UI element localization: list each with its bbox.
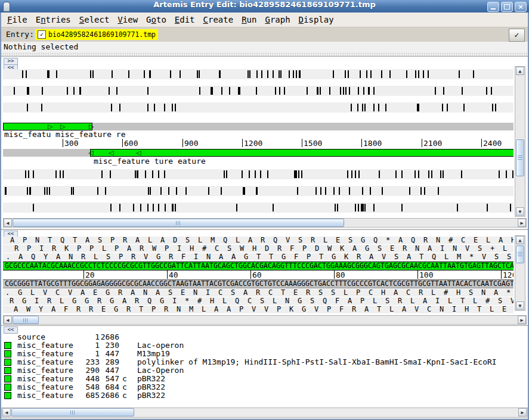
amino-acid: E — [498, 306, 511, 313]
overview-reverse-frame-3[interactable] — [3, 203, 513, 213]
translation-forward-frame-3[interactable]: .AQYANRLSPRVGRFINAAGTTGFPTGKRAVSATQLM*VS… — [3, 253, 513, 261]
detail-vscrollbar-thumb[interactable] — [516, 245, 524, 263]
overview-vscrollbar[interactable]: ▲ ▼ — [515, 66, 525, 217]
base: T — [472, 280, 477, 288]
stop-codon-tick — [48, 70, 50, 78]
detail-vscrollbar[interactable]: ▲ ▼ — [515, 235, 525, 311]
feature-row[interactable]: misc_feature233289polylinker of M13mp19;… — [1, 358, 526, 366]
scroll-right-icon[interactable]: ▶ — [518, 408, 527, 416]
stop-codon-tick — [364, 204, 366, 211]
base: C — [151, 280, 155, 288]
scroll-up-icon[interactable]: ▲ — [516, 67, 524, 75]
base: T — [234, 262, 239, 270]
entry-confirm-button[interactable]: ✓ — [509, 29, 525, 42]
scroll-left-icon[interactable]: ◀ — [2, 408, 11, 416]
scroll-left-icon[interactable]: ◀ — [4, 316, 12, 324]
stop-codon-tick — [279, 87, 280, 95]
stop-codon-tick — [267, 170, 268, 178]
minimize-button[interactable] — [487, 2, 499, 12]
menu-file[interactable]: File — [7, 15, 27, 24]
base: G — [76, 280, 80, 288]
menu-display[interactable]: Display — [299, 15, 334, 24]
reverse-feature-bar[interactable]: ◁◁◁ — [3, 149, 513, 157]
detail-hscrollbar-thumb[interactable] — [13, 316, 39, 324]
stop-codon-tick — [5, 187, 7, 195]
stop-codon-tick — [165, 204, 166, 211]
top-strand-sequence[interactable]: GCGCCCAATACGCAAACCGCCTCTCCCCGCGCGTTGGCCG… — [3, 262, 513, 270]
close-button[interactable]: × — [515, 2, 527, 12]
overview-forward-frame-1[interactable] — [3, 69, 513, 79]
menu-view[interactable]: View — [117, 15, 138, 24]
feature-box[interactable] — [90, 149, 513, 157]
translation-forward-frame-2[interactable]: RPIRKPPLPARWPIH#CSWHDRFPDWKAGSERNAINVS+L… — [3, 245, 513, 253]
base: T — [485, 262, 489, 270]
translation-forward-frame-1[interactable]: APNTQTASPRALADSLMQLARQVSRLESGQ*AQRN#CELA… — [3, 237, 513, 244]
base: A — [439, 280, 443, 288]
feature-row[interactable]: misc_feature1447M13mp19 — [1, 350, 526, 358]
base: C — [130, 280, 134, 288]
feature-row[interactable]: misc_feature1230Lac-operon — [1, 341, 526, 350]
base: A — [322, 280, 326, 288]
ruler-tick: 2100 — [422, 139, 442, 147]
scroll-right-icon[interactable]: ▶ — [518, 316, 526, 324]
stop-codon-tick — [340, 87, 341, 95]
menu-entries[interactable]: Entries — [36, 15, 71, 24]
window-hscrollbar[interactable]: ◀ ▶ — [1, 407, 528, 418]
overview-vscrollbar-thumb[interactable] — [516, 139, 524, 176]
overview-reverse-frame-1[interactable] — [3, 169, 513, 179]
feature-row[interactable]: source12686 — [1, 333, 526, 341]
feature-start: 548 — [61, 383, 100, 391]
base: C — [376, 280, 380, 288]
feature-row[interactable]: misc_feature448547cpBR322 — [1, 375, 526, 383]
base: T — [180, 262, 184, 270]
stop-codon-tick — [491, 87, 492, 95]
amino-acid: T — [511, 245, 513, 253]
feature-row[interactable]: misc_feature6852686cpBR322 — [1, 391, 526, 400]
menu-graph[interactable]: Graph — [265, 15, 290, 24]
stop-codon-tick — [358, 87, 359, 95]
amino-acid: * — [181, 297, 193, 305]
stop-codon-tick — [473, 70, 474, 78]
amino-acid: R — [131, 297, 143, 305]
detail-hscrollbar[interactable]: ◀ ▶ — [3, 315, 527, 325]
overview-forward-frame-2[interactable] — [3, 86, 513, 96]
translation-reverse-frame-3[interactable]: AWYAFRREGRTPRNMLAAPVVPKGVPFRATLAVCNIHTLE… — [3, 306, 513, 313]
overview-hscrollbar-thumb[interactable] — [13, 219, 344, 227]
base: C — [497, 262, 502, 270]
amino-acid: Q — [407, 237, 419, 244]
window-hscrollbar-thumb[interactable] — [11, 408, 134, 416]
overview-hscrollbar[interactable]: ◀ ▶ — [3, 218, 527, 228]
scroll-left-icon[interactable]: ◀ — [4, 219, 12, 227]
feature-row[interactable]: misc_feature290447Lac-Operon — [1, 366, 526, 375]
amino-acid: G — [18, 297, 30, 305]
overview-forward-frame-3[interactable] — [3, 102, 513, 113]
maximize-button[interactable] — [501, 2, 513, 12]
feature-start: 233 — [61, 358, 100, 366]
menu-edit[interactable]: Edit — [175, 15, 195, 24]
base: G — [17, 280, 21, 288]
menu-create[interactable]: Create — [203, 15, 234, 24]
feature-start: 290 — [61, 366, 100, 375]
feature-row[interactable]: misc_feature548684cpBR322 — [1, 383, 526, 391]
base: G — [226, 262, 230, 270]
entry-checkbox[interactable]: ✓ — [38, 30, 46, 39]
titlebar[interactable]: Artemis Entry Edit: bio42895824618691097… — [0, 0, 529, 13]
scroll-up-icon[interactable]: ▲ — [516, 236, 524, 244]
entry-filename[interactable]: bio4289582461869109771.tmp — [48, 30, 156, 39]
amino-acid: I — [30, 297, 43, 305]
base: A — [410, 262, 414, 270]
bottom-strand-sequence[interactable]: CGCGGGTTATGCGTTTGGCGGAGAGGGGCGCGCAACCGGC… — [3, 279, 513, 288]
menu-run[interactable]: Run — [242, 15, 256, 24]
base: C — [80, 280, 84, 288]
scroll-down-icon[interactable]: ▼ — [516, 207, 524, 216]
stop-codon-tick — [499, 170, 500, 178]
translation-reverse-frame-2[interactable]: RGIRLGGRGARQGI*#HLQCSLNGSQFAPLSRLAILTL#S… — [3, 297, 513, 305]
scroll-right-icon[interactable]: ▶ — [518, 219, 526, 227]
scroll-down-icon[interactable]: ▼ — [516, 301, 524, 310]
base: C — [397, 262, 401, 270]
translation-reverse-frame-1[interactable]: .GLVCVAEGRANASENICSARCTERSSLPCHACRL#HSNA… — [3, 289, 513, 297]
stop-codon-tick — [110, 204, 112, 211]
menu-goto[interactable]: Goto — [146, 15, 166, 24]
menu-select[interactable]: Select — [79, 15, 110, 24]
overview-reverse-frame-2[interactable] — [3, 186, 513, 196]
